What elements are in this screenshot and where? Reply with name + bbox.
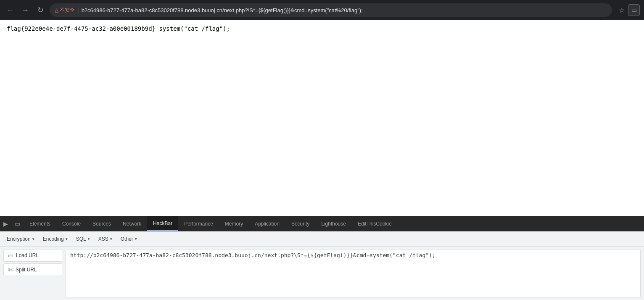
tab-console[interactable]: Console bbox=[56, 216, 87, 231]
page-output-text: flag{922e0e4e-de7f-4475-ac32-a00e00189b9… bbox=[7, 25, 637, 32]
security-text: 不安全 bbox=[60, 7, 75, 14]
encoding-dropdown[interactable]: Encoding ▾ bbox=[40, 234, 71, 244]
xss-label: XSS bbox=[98, 236, 108, 242]
back-button[interactable]: ← bbox=[4, 4, 16, 16]
extensions-button[interactable]: ▭ bbox=[628, 4, 640, 16]
tab-network[interactable]: Network bbox=[117, 216, 147, 231]
url-input-area: http://b2c64986-b727-477a-ba82-c8c53020f… bbox=[66, 249, 641, 298]
other-label: Other bbox=[121, 236, 133, 242]
split-url-icon: ✄ bbox=[8, 266, 13, 273]
hackbar-toolbar: Encryption ▾ Encoding ▾ SQL ▾ XSS ▾ Othe… bbox=[0, 231, 644, 247]
load-url-icon: ▭ bbox=[8, 252, 13, 259]
address-domain: b2c64986-b727-477a-ba82-c8c53020f788.nod… bbox=[82, 7, 222, 13]
encoding-label: Encoding bbox=[43, 236, 64, 242]
address-separator: | bbox=[77, 7, 79, 13]
hackbar-actions: ▭ Load URL ✄ Split URL bbox=[3, 249, 62, 298]
split-url-label: Split URL bbox=[16, 267, 37, 273]
tab-sources[interactable]: Sources bbox=[87, 216, 117, 231]
address-path: /next.php?\S*={${getFlag()}}&cmd=system(… bbox=[222, 7, 363, 13]
tab-editthiscookie[interactable]: EditThisCookie bbox=[352, 216, 398, 231]
security-warning: △ 不安全 bbox=[55, 7, 75, 14]
load-url-button[interactable]: ▭ Load URL bbox=[3, 249, 62, 262]
sql-dropdown[interactable]: SQL ▾ bbox=[73, 234, 93, 244]
address-text: b2c64986-b727-477a-ba82-c8c53020f788.nod… bbox=[82, 7, 607, 13]
tab-hackbar[interactable]: HackBar bbox=[147, 216, 178, 231]
tab-security[interactable]: Security bbox=[285, 216, 315, 231]
tab-elements[interactable]: Elements bbox=[24, 216, 56, 231]
reload-button[interactable]: ↻ bbox=[34, 4, 46, 16]
sql-arrow: ▾ bbox=[88, 237, 90, 241]
address-bar[interactable]: △ 不安全 | b2c64986-b727-477a-ba82-c8c53020… bbox=[50, 3, 612, 17]
xss-arrow: ▾ bbox=[110, 237, 112, 241]
devtools-panel: ▶ ▭ Elements Console Sources Network Hac… bbox=[0, 216, 644, 300]
browser-chrome: ← → ↻ △ 不安全 | b2c64986-b727-477a-ba82-c8… bbox=[0, 0, 644, 20]
tab-lighthouse[interactable]: Lighthouse bbox=[315, 216, 352, 231]
sql-label: SQL bbox=[76, 236, 86, 242]
page-content: flag{922e0e4e-de7f-4475-ac32-a00e00189b9… bbox=[0, 20, 644, 216]
encryption-arrow: ▾ bbox=[32, 237, 34, 241]
other-dropdown[interactable]: Other ▾ bbox=[117, 234, 140, 244]
split-url-button[interactable]: ✄ Split URL bbox=[3, 263, 62, 276]
tab-application[interactable]: Application bbox=[249, 216, 285, 231]
devtools-mobile-icon[interactable]: ▭ bbox=[11, 216, 24, 231]
hackbar-body: ▭ Load URL ✄ Split URL http://b2c64986-b… bbox=[0, 247, 644, 300]
xss-dropdown[interactable]: XSS ▾ bbox=[95, 234, 116, 244]
tab-performance[interactable]: Performance bbox=[178, 216, 219, 231]
encryption-dropdown[interactable]: Encryption ▾ bbox=[3, 234, 38, 244]
load-url-label: Load URL bbox=[16, 252, 39, 258]
warning-icon: △ bbox=[55, 7, 58, 13]
encoding-arrow: ▾ bbox=[66, 237, 68, 241]
encryption-label: Encryption bbox=[7, 236, 31, 242]
bookmark-button[interactable]: ☆ bbox=[619, 6, 625, 14]
tab-memory[interactable]: Memory bbox=[219, 216, 249, 231]
url-input[interactable]: http://b2c64986-b727-477a-ba82-c8c53020f… bbox=[66, 249, 641, 298]
devtools-tab-bar: ▶ ▭ Elements Console Sources Network Hac… bbox=[0, 216, 644, 231]
other-arrow: ▾ bbox=[135, 237, 137, 241]
devtools-cursor-icon[interactable]: ▶ bbox=[0, 216, 11, 231]
forward-button[interactable]: → bbox=[19, 4, 31, 16]
